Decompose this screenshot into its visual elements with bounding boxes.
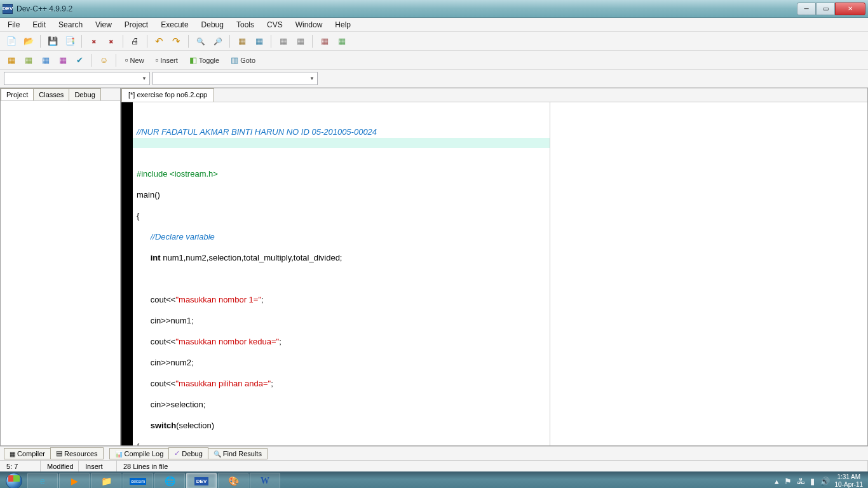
toggle-label: Toggle [199, 57, 219, 64]
menu-execute[interactable]: Execute [154, 18, 194, 31]
btab-label: Compile Log [125, 450, 164, 458]
btab-compiler[interactable]: Compiler [4, 448, 51, 459]
debug-button[interactable] [317, 34, 332, 48]
btab-resources[interactable]: Resources [50, 447, 104, 459]
editor-tab-active[interactable]: [*] exercise fop no6.2.cpp [121, 88, 214, 102]
tb2-about[interactable] [97, 53, 111, 67]
toggle-button[interactable]: Toggle [185, 53, 224, 67]
tray-clock[interactable]: 1:31 AM 10-Apr-11 [835, 473, 863, 488]
sidetab-classes[interactable]: Classes [33, 88, 69, 100]
tray-battery-icon[interactable]: ▮ [810, 477, 815, 486]
menu-window[interactable]: Window [289, 18, 329, 31]
compile-icon [238, 36, 246, 46]
code-line: { [137, 211, 139, 220]
tb2-btn4[interactable] [55, 53, 70, 67]
task-word[interactable]: W [250, 473, 280, 488]
editor-tabs: [*] exercise fop no6.2.cpp [121, 88, 867, 102]
class-combo[interactable] [4, 72, 150, 85]
menu-view[interactable]: View [89, 18, 118, 31]
code-line: cout<< [137, 295, 175, 304]
code-line: cin>>selection; [137, 400, 205, 409]
new-button[interactable] [4, 34, 18, 48]
method-combo[interactable] [153, 72, 318, 85]
close-icon [92, 36, 97, 46]
redo-button[interactable] [169, 34, 184, 48]
task-explorer[interactable]: 📁 [91, 473, 121, 488]
insert-button[interactable]: Insert [151, 53, 182, 67]
tray-flag-icon[interactable]: ⚑ [784, 477, 792, 486]
saveall-button[interactable] [62, 34, 77, 48]
profile-button[interactable] [334, 34, 349, 48]
undo-button[interactable] [152, 34, 166, 48]
titlebar: DEV Dev-C++ 4.9.9.2 ─ ▭ ✕ [0, 0, 868, 18]
compile-run-button[interactable] [276, 34, 290, 48]
code-kw: switch [151, 421, 176, 430]
replace-button[interactable] [210, 34, 225, 48]
close-file-button[interactable] [86, 34, 101, 48]
run-button[interactable] [252, 34, 266, 48]
open-button[interactable] [21, 34, 36, 48]
tb2-btn3[interactable] [38, 53, 53, 67]
code-line [137, 421, 151, 430]
separator [81, 35, 82, 48]
code-area[interactable]: //NUR FADATUL AKMAR BINTI HARUN NO ID 05… [133, 102, 550, 445]
current-line-highlight [133, 138, 550, 149]
start-button[interactable] [1, 471, 27, 488]
replace-icon [214, 36, 222, 46]
task-media[interactable]: ▶ [59, 473, 90, 488]
task-celcom[interactable]: celcom [123, 473, 153, 488]
compilerun-icon [280, 36, 287, 46]
menu-project[interactable]: Project [118, 18, 154, 31]
print-button[interactable] [128, 34, 142, 48]
tray-up-icon[interactable]: ▴ [775, 477, 779, 486]
close-button[interactable]: ✕ [835, 3, 865, 15]
task-paint[interactable]: 🎨 [218, 473, 248, 488]
btab-compilelog[interactable]: Compile Log [109, 448, 170, 459]
code-str: "masukkan pilihan anda=" [175, 379, 271, 388]
side-content[interactable] [1, 101, 120, 445]
tray-volume-icon[interactable]: 🔊 [820, 477, 830, 486]
tb2-btn1[interactable] [4, 53, 18, 67]
sidetab-debug[interactable]: Debug [69, 88, 100, 100]
menu-tools[interactable]: Tools [230, 18, 261, 31]
code-line: (selection) [176, 421, 214, 430]
tray-network-icon[interactable]: 🖧 [797, 477, 805, 486]
status-bar: 5: 7 Modified Insert 28 Lines in file [0, 460, 868, 471]
menu-help[interactable]: Help [329, 18, 357, 31]
media-icon: ▶ [71, 476, 78, 486]
btab-label: Find Results [223, 450, 262, 458]
debug-icon [321, 36, 329, 46]
find-button[interactable] [193, 34, 208, 48]
tb2-check[interactable] [72, 53, 87, 67]
log-icon [115, 450, 123, 458]
minimize-button[interactable]: ─ [797, 3, 816, 15]
gutter [121, 102, 133, 445]
task-devcpp[interactable]: DEV [186, 473, 217, 488]
menu-edit[interactable]: Edit [26, 18, 52, 31]
sidetab-project[interactable]: Project [1, 88, 34, 100]
app-icon: DEV [3, 4, 13, 14]
save-button[interactable] [45, 34, 60, 48]
goto-button[interactable]: Goto [226, 53, 260, 67]
menu-search[interactable]: Search [52, 18, 89, 31]
separator [312, 35, 313, 48]
code-line: ; [271, 379, 273, 388]
folder-icon: 📁 [101, 476, 112, 486]
compile-button[interactable] [234, 34, 249, 48]
btab-debug[interactable]: Debug [168, 447, 208, 459]
close-all-button[interactable] [104, 34, 118, 48]
rebuild-button[interactable] [293, 34, 308, 48]
maximize-button[interactable]: ▭ [816, 3, 835, 15]
task-chrome[interactable]: 🌐 [154, 473, 185, 488]
code-line: cin>>num2; [137, 358, 194, 367]
btab-findresults[interactable]: Find Results [208, 448, 268, 459]
task-ie[interactable]: e [27, 473, 58, 488]
menu-cvs[interactable]: CVS [261, 18, 289, 31]
menu-file[interactable]: File [1, 18, 26, 31]
menu-debug[interactable]: Debug [195, 18, 230, 31]
editor-empty-area [550, 102, 867, 445]
profile-icon [338, 36, 346, 46]
tb2-btn2[interactable] [21, 53, 36, 67]
find-icon [196, 36, 205, 46]
new-doc-button[interactable]: New [121, 53, 149, 67]
